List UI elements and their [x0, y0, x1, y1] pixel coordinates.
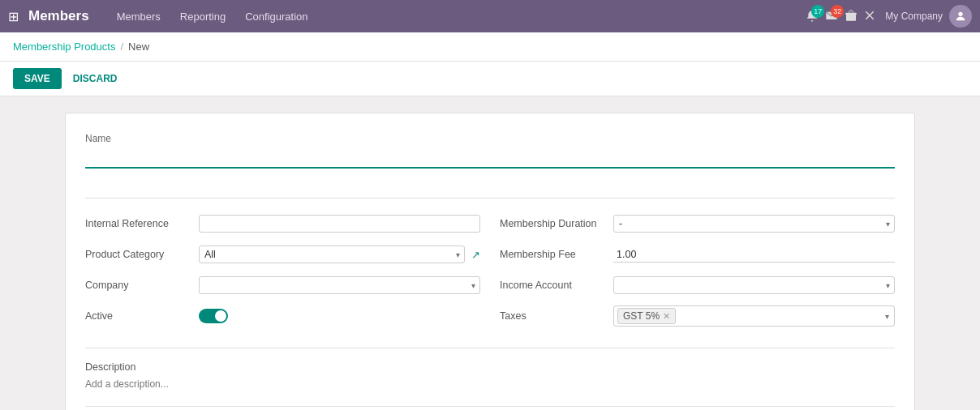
- membership-fee-input[interactable]: [613, 247, 895, 263]
- company-select[interactable]: [199, 276, 480, 294]
- membership-fee-label: Membership Fee: [500, 249, 613, 260]
- breadcrumb-bar: Membership Products / New: [0, 32, 980, 62]
- membership-duration-select[interactable]: -: [613, 215, 895, 233]
- product-category-select[interactable]: All: [199, 246, 465, 263]
- name-field-label: Name: [85, 133, 895, 144]
- form-right-column: Membership Duration - ▾ Membership Fee: [500, 211, 895, 335]
- taxes-row: Taxes GST 5% ✕ ▾: [500, 304, 895, 328]
- notification-badge: 17: [811, 5, 824, 18]
- active-toggle-wrapper: [199, 309, 480, 323]
- tax-badge-label: GST 5%: [623, 310, 660, 322]
- product-category-external-link-icon[interactable]: ↗: [471, 249, 480, 261]
- internal-reference-row: Internal Reference: [85, 211, 480, 236]
- tax-badge-close-icon[interactable]: ✕: [663, 311, 670, 322]
- income-account-value: ▾: [613, 276, 895, 294]
- product-category-row: Product Category All ▾ ↗: [85, 242, 480, 267]
- product-category-label: Product Category: [85, 249, 199, 260]
- description-label: Description: [85, 361, 895, 373]
- nav-configuration[interactable]: Configuration: [237, 7, 316, 26]
- notification-icon[interactable]: 17: [806, 10, 819, 23]
- taxes-chevron-icon: ▾: [885, 312, 889, 321]
- description-divider-top: [85, 348, 895, 348]
- close-icon[interactable]: [864, 10, 875, 23]
- toggle-thumb: [215, 310, 226, 322]
- form-left-column: Internal Reference Product Category All …: [85, 211, 480, 335]
- breadcrumb-link[interactable]: Membership Products: [13, 41, 115, 53]
- product-category-value: All ▾ ↗: [199, 246, 480, 263]
- gift-icon[interactable]: [845, 9, 858, 24]
- company-label[interactable]: My Company: [885, 11, 943, 22]
- membership-duration-select-wrapper: - ▾: [613, 215, 895, 233]
- gst-tax-badge: GST 5% ✕: [617, 308, 676, 324]
- internal-reference-label: Internal Reference: [85, 218, 199, 229]
- avatar[interactable]: [949, 5, 972, 28]
- income-account-select-wrapper: ▾: [613, 276, 895, 294]
- company-value: ▾: [199, 276, 480, 294]
- description-input[interactable]: [85, 378, 895, 390]
- membership-duration-value: - ▾: [613, 215, 895, 233]
- membership-duration-row: Membership Duration - ▾: [500, 211, 895, 236]
- sales-description-divider: [85, 406, 895, 407]
- company-label: Company: [85, 280, 199, 291]
- nav-reporting[interactable]: Reporting: [172, 7, 234, 26]
- income-account-label: Income Account: [500, 280, 613, 291]
- income-account-row: Income Account ▾: [500, 273, 895, 297]
- main-content: Name Internal Reference Product Category: [0, 96, 980, 410]
- breadcrumb-current: New: [128, 41, 149, 53]
- active-row: Active: [85, 304, 480, 328]
- income-account-select[interactable]: [613, 276, 895, 294]
- company-row: Company ▾: [85, 273, 480, 297]
- product-category-select-wrapper: All ▾: [199, 246, 465, 263]
- form-columns: Internal Reference Product Category All …: [85, 211, 895, 335]
- taxes-label: Taxes: [500, 310, 613, 322]
- message-badge: 32: [831, 5, 844, 18]
- name-divider: [85, 198, 895, 199]
- discard-button[interactable]: DISCARD: [70, 68, 121, 89]
- taxes-value: GST 5% ✕ ▾: [613, 305, 895, 327]
- save-button[interactable]: SAVE: [13, 68, 62, 89]
- topbar: ⊞ Members Members Reporting Configuratio…: [0, 0, 980, 32]
- grid-icon[interactable]: ⊞: [8, 9, 19, 24]
- topbar-icons: 17 32 My Company: [806, 5, 972, 28]
- name-input[interactable]: [85, 147, 895, 169]
- membership-fee-row: Membership Fee: [500, 242, 895, 267]
- action-bar: SAVE DISCARD: [0, 62, 980, 96]
- nav-members[interactable]: Members: [109, 7, 169, 26]
- taxes-wrapper[interactable]: GST 5% ✕ ▾: [613, 305, 895, 327]
- active-label: Active: [85, 310, 199, 322]
- breadcrumb-separator: /: [120, 41, 123, 53]
- description-section: Description: [85, 361, 895, 390]
- internal-reference-value: [199, 215, 480, 233]
- main-nav: Members Reporting Configuration: [109, 7, 316, 26]
- message-icon[interactable]: 32: [825, 10, 838, 23]
- company-select-wrapper: ▾: [199, 276, 480, 294]
- membership-fee-value: [613, 247, 895, 263]
- active-toggle[interactable]: [199, 309, 228, 323]
- svg-point-4: [958, 12, 962, 16]
- app-title: Members: [28, 8, 89, 24]
- form-card: Name Internal Reference Product Category: [65, 113, 915, 410]
- internal-reference-input[interactable]: [199, 215, 480, 233]
- membership-duration-label: Membership Duration: [500, 218, 613, 229]
